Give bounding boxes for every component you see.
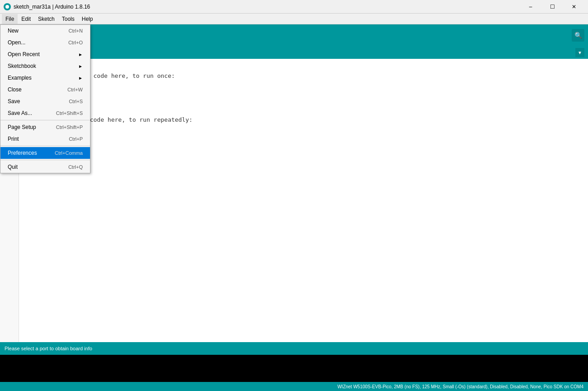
menu-edit[interactable]: Edit [18, 14, 34, 24]
maximize-button[interactable]: ☐ [542, 0, 563, 14]
search-icon: 🔍 [574, 32, 582, 39]
menu-item-save-as[interactable]: Save As... Ctrl+Shift+S [0, 107, 90, 119]
menu-bar: File Edit Sketch Tools Help [0, 14, 588, 24]
menu-item-open-recent[interactable]: Open Recent ► [0, 48, 90, 60]
menu-item-open[interactable]: Open... Ctrl+O [0, 37, 90, 48]
code-line: // put your setup code here, to run once… [23, 72, 584, 81]
code-line [23, 124, 584, 134]
file-dropdown-menu: New Ctrl+N Open... Ctrl+O Open Recent ► … [0, 24, 90, 173]
menu-item-save[interactable]: Save Ctrl+S [0, 95, 90, 107]
menu-item-page-setup[interactable]: Page Setup Ctrl+Shift+P [0, 121, 90, 133]
search-button[interactable]: 🔍 [572, 29, 584, 42]
menu-sketch[interactable]: Sketch [34, 14, 58, 24]
status-message: Please select a port to obtain board inf… [5, 346, 92, 351]
code-line: // put your main code here, to run repea… [23, 115, 584, 124]
chevron-down-icon: ▼ [578, 50, 582, 55]
window-controls: – ☐ ✕ [520, 0, 584, 14]
menu-item-examples[interactable]: Examples ► [0, 72, 90, 84]
menu-separator-3 [0, 160, 90, 160]
code-line [23, 80, 584, 89]
menu-item-new[interactable]: New Ctrl+N [0, 25, 90, 37]
code-line [23, 98, 584, 107]
menu-help[interactable]: Help [78, 14, 97, 24]
menu-separator-2 [0, 146, 90, 146]
code-line: void setup() { [23, 62, 584, 72]
console-output [0, 355, 588, 382]
close-button[interactable]: ✕ [564, 0, 584, 14]
window-title: sketch_mar31a | Arduino 1.8.16 [14, 4, 520, 10]
bottom-bar: WIZnet W5100S-EVB-Pico, 2MB (no FS), 125… [0, 382, 588, 391]
code-line: void loop() { [23, 107, 584, 116]
menu-file[interactable]: File [2, 14, 18, 24]
menu-item-quit[interactable]: Quit Ctrl+Q [0, 161, 90, 173]
status-bar: Please select a port to obtain board inf… [0, 342, 588, 355]
menu-item-close[interactable]: Close Ctrl+W [0, 84, 90, 95]
code-line: } [23, 133, 584, 142]
tab-dropdown-button[interactable]: ▼ [575, 48, 584, 57]
code-line: } [23, 89, 584, 98]
title-bar: sketch_mar31a | Arduino 1.8.16 – ☐ ✕ [0, 0, 588, 14]
board-info: WIZnet W5100S-EVB-Pico, 2MB (no FS), 125… [337, 384, 583, 389]
menu-item-preferences[interactable]: Preferences Ctrl+Comma [0, 147, 90, 159]
menu-item-print[interactable]: Print Ctrl+P [0, 133, 90, 145]
menu-item-sketchbook[interactable]: Sketchbook ► [0, 60, 90, 72]
menu-tools[interactable]: Tools [58, 14, 78, 24]
app-icon [4, 3, 11, 10]
minimize-button[interactable]: – [520, 0, 541, 14]
menu-separator-1 [0, 120, 90, 120]
